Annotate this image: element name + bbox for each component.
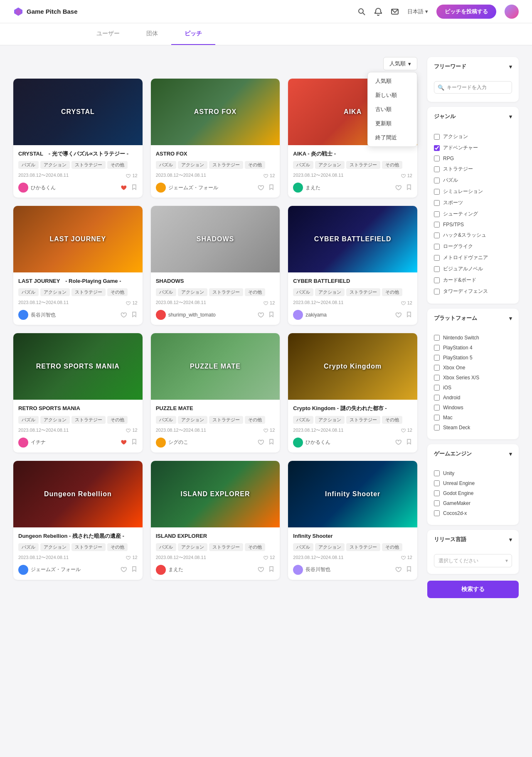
bookmark-icon[interactable] <box>406 184 412 192</box>
engine-checkbox[interactable] <box>434 490 440 496</box>
genre-checkbox-item[interactable]: カード&ボード <box>434 275 512 286</box>
search-icon[interactable] <box>357 7 366 16</box>
genre-checkbox[interactable] <box>434 166 440 172</box>
engine-checkbox[interactable] <box>434 470 440 476</box>
genre-checkbox-item[interactable]: スポーツ <box>434 197 512 208</box>
platform-checkbox-item[interactable]: Xbox Series X/S <box>434 373 512 383</box>
genre-header[interactable]: ジャンル ▾ <box>427 107 519 126</box>
platform-checkbox-item[interactable]: Windows <box>434 403 512 413</box>
platform-checkbox[interactable] <box>434 385 440 391</box>
sort-option-updated[interactable]: 更新順 <box>368 116 417 131</box>
lang-button[interactable]: 日本語 ▾ <box>407 8 428 15</box>
engine-checkbox-item[interactable]: Unity <box>434 468 512 478</box>
bookmark-icon[interactable] <box>131 438 138 446</box>
genre-checkbox[interactable] <box>434 178 440 183</box>
engine-checkbox[interactable] <box>434 510 440 516</box>
genre-checkbox-item[interactable]: シミュレーション <box>434 186 512 197</box>
platform-header[interactable]: プラットフォーム ▾ <box>427 309 519 328</box>
platform-checkbox[interactable] <box>434 375 440 381</box>
engine-checkbox[interactable] <box>434 500 440 506</box>
heart-icon[interactable] <box>257 566 264 574</box>
genre-checkbox-item[interactable]: アクション <box>434 131 512 142</box>
bookmark-icon[interactable] <box>131 184 138 192</box>
tab-pitches[interactable]: ピッチ <box>171 23 215 45</box>
genre-checkbox-item[interactable]: FPS/TPS <box>434 220 512 230</box>
platform-checkbox[interactable] <box>434 405 440 411</box>
sort-dropdown[interactable]: 人気順 ▾ <box>383 57 417 70</box>
bookmark-icon[interactable] <box>406 311 412 319</box>
genre-checkbox[interactable] <box>434 266 440 272</box>
genre-checkbox[interactable] <box>434 156 440 161</box>
platform-checkbox[interactable] <box>434 395 440 401</box>
platform-checkbox[interactable] <box>434 355 440 361</box>
sort-option-popular[interactable]: 人気順 <box>368 74 417 88</box>
release-lang-header[interactable]: リリース言語 ▾ <box>427 530 519 549</box>
heart-icon[interactable] <box>120 438 127 446</box>
bookmark-icon[interactable] <box>268 438 275 446</box>
genre-checkbox-item[interactable]: ストラテジー <box>434 163 512 175</box>
heart-icon[interactable] <box>120 311 127 319</box>
game-card[interactable]: LAST JOURNEY LAST JOURNEY - Role-Playing… <box>13 206 143 325</box>
sort-option-old[interactable]: 古い順 <box>368 102 417 116</box>
platform-checkbox-item[interactable]: Steam Deck <box>434 423 512 433</box>
bookmark-icon[interactable] <box>406 566 412 574</box>
heart-icon[interactable] <box>395 184 401 192</box>
game-card[interactable]: ISLAND EXPLORER ISLAND EXPLORER パズルアクション… <box>151 461 280 580</box>
heart-icon[interactable] <box>257 438 264 446</box>
platform-checkbox[interactable] <box>434 345 440 351</box>
genre-checkbox[interactable] <box>434 277 440 283</box>
heart-icon[interactable] <box>120 566 127 574</box>
genre-checkbox[interactable] <box>434 189 440 195</box>
genre-checkbox[interactable] <box>434 233 440 238</box>
engine-checkbox[interactable] <box>434 480 440 486</box>
game-card[interactable]: RETRO SPORTS MANIA RETRO SPORTS MANIA パズ… <box>13 333 143 452</box>
genre-checkbox-item[interactable]: ビジュアルノベル <box>434 263 512 275</box>
platform-checkbox-item[interactable]: PlayStation 4 <box>434 343 512 353</box>
engine-checkbox-item[interactable]: Cocos2d-x <box>434 508 512 518</box>
genre-checkbox-item[interactable]: アドベンチャー <box>434 142 512 153</box>
platform-checkbox-item[interactable]: Android <box>434 393 512 403</box>
search-button[interactable]: 検索する <box>427 581 519 598</box>
genre-checkbox-item[interactable]: タワーディフェンス <box>434 286 512 297</box>
genre-checkbox[interactable] <box>434 134 440 140</box>
genre-checkbox[interactable] <box>434 145 440 151</box>
genre-checkbox-item[interactable]: ハック&スラッシュ <box>434 230 512 241</box>
genre-checkbox[interactable] <box>434 244 440 250</box>
heart-icon[interactable] <box>257 311 264 319</box>
platform-checkbox[interactable] <box>434 365 440 371</box>
release-lang-select[interactable]: 選択してください <box>434 554 512 567</box>
platform-checkbox-item[interactable]: Nintendo Switch <box>434 333 512 343</box>
genre-checkbox-item[interactable]: メトロイドヴァニア <box>434 252 512 263</box>
game-card[interactable]: Infinity Shooter Infinity Shooter パズルアクシ… <box>288 461 417 580</box>
heart-icon[interactable] <box>395 566 401 574</box>
bookmark-icon[interactable] <box>268 311 275 319</box>
genre-checkbox[interactable] <box>434 289 440 294</box>
game-card[interactable]: ASTRO FOX ASTRO FOX パズルアクションストラテジーその他 20… <box>151 79 280 198</box>
mail-icon[interactable] <box>391 7 399 16</box>
genre-checkbox-item[interactable]: RPG <box>434 153 512 163</box>
engine-header[interactable]: ゲームエンジン ▾ <box>427 444 519 463</box>
platform-checkbox-item[interactable]: Mac <box>434 413 512 423</box>
engine-checkbox-item[interactable]: GameMaker <box>434 498 512 508</box>
bookmark-icon[interactable] <box>131 566 138 574</box>
freeword-header[interactable]: フリーワード ▾ <box>427 57 519 76</box>
pitch-submit-button[interactable]: ピッチを投稿する <box>436 5 496 19</box>
genre-checkbox[interactable] <box>434 200 440 206</box>
tab-users[interactable]: ユーザー <box>83 23 133 45</box>
heart-icon[interactable] <box>395 311 401 319</box>
genre-checkbox-item[interactable]: シューティング <box>434 208 512 220</box>
game-card[interactable]: PUZZLE MATE PUZZLE MATE パズルアクションストラテジーその… <box>151 333 280 452</box>
platform-checkbox-item[interactable]: iOS <box>434 383 512 393</box>
engine-checkbox-item[interactable]: Godot Engine <box>434 488 512 498</box>
game-card[interactable]: Dungeon Rebellion Dungeon Rebellion - 残さ… <box>13 461 143 580</box>
bookmark-icon[interactable] <box>268 566 275 574</box>
bookmark-icon[interactable] <box>406 438 412 446</box>
game-card[interactable]: SHADOWS SHADOWS パズルアクションストラテジーその他 2023.0… <box>151 206 280 325</box>
bell-icon[interactable] <box>374 7 382 16</box>
engine-checkbox-item[interactable]: Unreal Engine <box>434 478 512 488</box>
platform-checkbox[interactable] <box>434 415 440 421</box>
platform-checkbox-item[interactable]: Xbox One <box>434 363 512 373</box>
genre-checkbox-item[interactable]: ローグライク <box>434 241 512 252</box>
sort-option-new[interactable]: 新しい順 <box>368 88 417 102</box>
bookmark-icon[interactable] <box>131 311 138 319</box>
